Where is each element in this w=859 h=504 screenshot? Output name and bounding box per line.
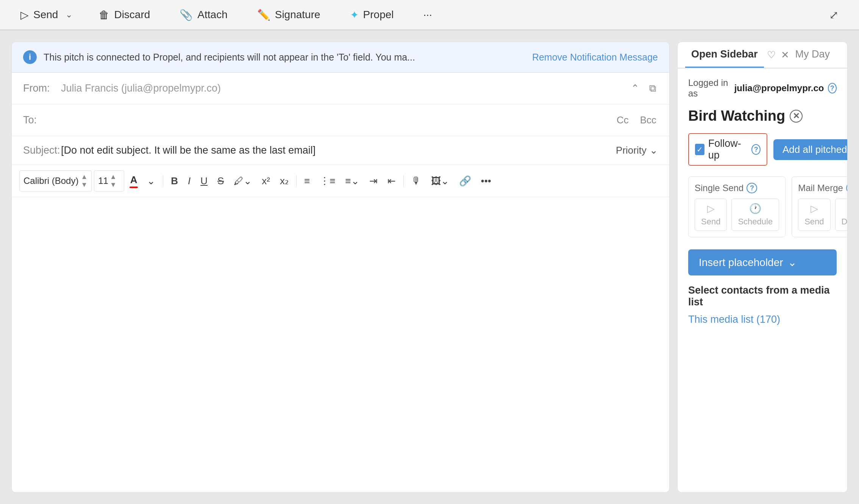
signature-label: Signature — [275, 9, 320, 21]
followup-help-icon[interactable]: ? — [751, 144, 761, 155]
to-input[interactable] — [61, 114, 615, 126]
subject-field-row: Subject: [Do not edit subject. It will b… — [12, 136, 669, 165]
font-size-select[interactable]: 11 ▲▼ — [94, 170, 124, 191]
font-size-stepper[interactable]: ▲▼ — [110, 173, 117, 189]
compose-body[interactable] — [12, 197, 669, 492]
indent-button[interactable]: ⇥ — [365, 173, 381, 189]
single-send-title-row: Single Send ? — [695, 183, 779, 193]
highlight-button[interactable]: 🖊⌄ — [230, 173, 256, 189]
attach-label: Attach — [197, 9, 227, 21]
link-button[interactable]: 🔗 — [455, 173, 475, 189]
mail-merge-drafts-button[interactable]: 📄 Drafts — [835, 199, 847, 231]
contacts-section-label: Select contacts from a media list — [688, 285, 837, 308]
superscript-button[interactable]: x² — [258, 173, 274, 189]
font-size-value: 11 — [98, 176, 108, 186]
more-button[interactable]: ··· — [418, 6, 437, 24]
single-send-send-button[interactable]: ▷ Send — [695, 199, 727, 231]
font-family-select[interactable]: Calibri (Body) ▲▼ — [19, 170, 92, 191]
remove-notification-button[interactable]: Remove Notification Message — [532, 52, 658, 63]
media-list-link[interactable]: This media list (170) — [688, 314, 780, 325]
email-compose-panel: i This pitch is connected to Propel, and… — [11, 42, 670, 493]
logged-in-prefix: Logged in as — [688, 78, 731, 99]
followup-checkbox[interactable]: ✓ — [695, 144, 704, 155]
to-label: To: — [23, 114, 61, 126]
font-family-value: Calibri (Body) — [23, 176, 78, 186]
logged-in-row: Logged in as julia@propelmypr.co ? — [688, 78, 837, 99]
bcc-button[interactable]: Bcc — [639, 113, 658, 128]
mail-merge-help-icon[interactable]: ? — [846, 183, 847, 193]
image-button[interactable]: 🖼⌄ — [427, 173, 453, 189]
mail-merge-buttons: ▷ Send 📄 Drafts 🔵 Schedule — [798, 199, 847, 231]
followup-label: Follow-up — [708, 138, 745, 161]
send-icon: ▷ — [20, 9, 29, 21]
microphone-button[interactable]: 🎙 — [408, 173, 425, 189]
single-send-schedule-label: Schedule — [738, 217, 773, 227]
propel-button[interactable]: ✦ Propel — [345, 6, 399, 24]
subscript-button[interactable]: x₂ — [276, 173, 292, 189]
mail-merge-send-icon: ▷ — [811, 203, 818, 215]
more-formatting-button[interactable]: ••• — [477, 173, 495, 189]
logged-in-help-icon[interactable]: ? — [828, 83, 837, 93]
tab-my-day[interactable]: My Day — [789, 42, 836, 68]
align-button[interactable]: ≡⌄ — [341, 173, 363, 189]
campaign-close-icon[interactable]: ✕ — [790, 110, 803, 123]
to-field-row: To: Cc Bcc — [12, 104, 669, 136]
from-actions: ⌃ ⧉ — [629, 81, 658, 96]
pin-icon[interactable]: ♡ — [767, 49, 776, 61]
followup-checkbox-area[interactable]: ✓ Follow-up ? — [688, 133, 767, 166]
propel-label: Propel — [363, 9, 394, 21]
unordered-list-button[interactable]: ≡ — [300, 173, 314, 189]
expand-button[interactable]: ⤢ — [824, 5, 844, 25]
from-field-row: From: Julia Francis (julia@propelmypr.co… — [12, 73, 669, 104]
top-toolbar: ▷ Send ⌄ 🗑 Discard 📎 Attach ✏️ Signature… — [0, 0, 859, 30]
priority-button[interactable]: Priority ⌄ — [616, 145, 658, 156]
close-sidebar-button[interactable]: ✕ — [781, 49, 789, 61]
font-color-indicator — [130, 187, 138, 188]
logged-email: julia@propelmypr.co — [734, 83, 824, 93]
send-caret-icon[interactable]: ⌄ — [63, 7, 75, 23]
attach-icon: 📎 — [180, 9, 193, 21]
insert-placeholder-label: Insert placeholder — [699, 257, 783, 269]
followup-row: ✓ Follow-up ? Add all pitched — [688, 133, 837, 166]
from-chevron-up-icon[interactable]: ⌃ — [629, 81, 641, 96]
sidebar-content: Logged in as julia@propelmypr.co ? Bird … — [678, 68, 847, 492]
ordered-list-button[interactable]: ⋮≡ — [316, 173, 339, 189]
tab-open-sidebar[interactable]: Open Sidebar — [685, 42, 764, 68]
notification-bar: i This pitch is connected to Propel, and… — [12, 42, 669, 73]
italic-button[interactable]: I — [184, 173, 194, 189]
from-copy-icon[interactable]: ⧉ — [648, 81, 658, 96]
single-send-help-icon[interactable]: ? — [747, 183, 757, 193]
info-icon: i — [23, 50, 37, 64]
from-label: From: — [23, 82, 61, 94]
bold-button[interactable]: B — [167, 173, 182, 189]
outdent-button[interactable]: ⇤ — [384, 173, 400, 189]
subject-value: [Do not edit subject. It will be the sam… — [61, 145, 616, 156]
single-send-group: Single Send ? ▷ Send 🕐 Schedule — [688, 176, 786, 237]
subject-label: Subject: — [23, 145, 61, 156]
send-options: Single Send ? ▷ Send 🕐 Schedule — [688, 176, 837, 237]
add-all-pitched-button[interactable]: Add all pitched — [773, 139, 847, 160]
campaign-title: Bird Watching — [688, 108, 785, 124]
strikethrough-button[interactable]: S — [214, 173, 228, 189]
from-value: Julia Francis (julia@propelmypr.co) — [61, 82, 629, 94]
signature-button[interactable]: ✏️ Signature — [252, 6, 326, 24]
color-dropdown-button[interactable]: ⌄ — [143, 173, 159, 189]
font-color-button[interactable]: A — [127, 173, 141, 190]
discard-icon: 🗑 — [99, 9, 109, 21]
sidebar-panel: Open Sidebar ♡ ✕ My Day Logged in as jul… — [677, 42, 848, 493]
underline-button[interactable]: U — [197, 173, 211, 189]
font-family-stepper[interactable]: ▲▼ — [81, 173, 87, 189]
notification-text: This pitch is connected to Propel, and r… — [44, 52, 525, 63]
single-send-schedule-button[interactable]: 🕐 Schedule — [731, 199, 779, 231]
attach-button[interactable]: 📎 Attach — [174, 6, 233, 24]
send-button[interactable]: ▷ Send — [15, 6, 63, 24]
insert-placeholder-button[interactable]: Insert placeholder ⌄ — [688, 249, 837, 275]
expand-icon: ⤢ — [829, 8, 839, 22]
toolbar-sep-3 — [403, 175, 404, 187]
discard-label: Discard — [114, 9, 150, 21]
mail-merge-send-label: Send — [804, 217, 824, 227]
discard-button[interactable]: 🗑 Discard — [94, 6, 155, 24]
mail-merge-send-button[interactable]: ▷ Send — [798, 199, 830, 231]
single-send-title: Single Send — [695, 183, 743, 193]
cc-button[interactable]: Cc — [615, 113, 630, 128]
